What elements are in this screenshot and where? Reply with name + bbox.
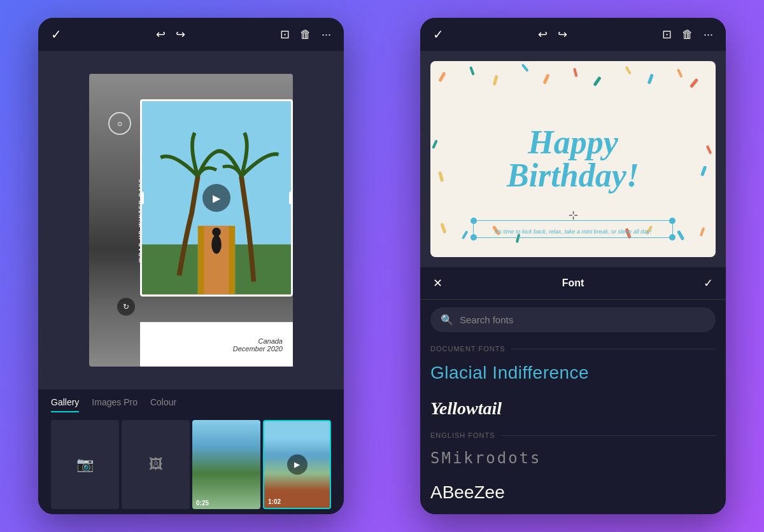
- svg-rect-13: [593, 76, 602, 87]
- font-item-mikrodots[interactable]: SMikrodots: [420, 442, 726, 475]
- tab-list: Gallery Images Pro Colour: [51, 397, 331, 412]
- left-phone: ✓ ↩ ↪ ⊡ 🗑 ··· WRAP UP WINTER DAYS ⊙: [38, 18, 344, 514]
- svg-rect-18: [440, 223, 446, 234]
- font-header: ✕ Font ✓: [420, 267, 726, 300]
- font-item-abeezee[interactable]: ABeeZee: [420, 475, 726, 510]
- svg-rect-24: [677, 230, 685, 241]
- birthday-text: Happy Birthday!: [507, 126, 639, 192]
- font-panel: ✕ Font ✓ 🔍 Search fonts DOCUMENT FONTS G…: [420, 267, 726, 514]
- gallery-icon: 🖼: [149, 456, 163, 473]
- svg-rect-9: [493, 75, 499, 86]
- toolbar-undo-group: ↩ ↪: [156, 27, 185, 41]
- right-undo-icon[interactable]: ↩: [538, 27, 548, 41]
- photo-frame[interactable]: ▶: [140, 99, 293, 297]
- country-text: Canada: [258, 337, 283, 345]
- document-fonts-label: DOCUMENT FONTS: [420, 340, 726, 355]
- crop-icon[interactable]: ⊡: [280, 27, 290, 41]
- right-resize-handle[interactable]: [289, 192, 293, 204]
- right-phone: ✓ ↩ ↪ ⊡ 🗑 ···: [420, 18, 726, 514]
- right-copy-icon[interactable]: ⊡: [662, 27, 672, 41]
- media-item-1[interactable]: 0:25: [192, 420, 260, 509]
- svg-rect-3: [142, 244, 198, 294]
- card-canvas: Happy Birthday! ⊹ It's time to kick back…: [420, 51, 726, 267]
- right-toolbar-right: ⊡ 🗑 ···: [662, 27, 713, 41]
- right-panel: ✓ ↩ ↪ ⊡ 🗑 ···: [382, 0, 764, 532]
- svg-rect-4: [235, 244, 291, 294]
- right-redo-icon[interactable]: ↪: [558, 27, 567, 41]
- svg-rect-26: [432, 139, 438, 149]
- birthday-exclaim: Birthday!: [507, 159, 639, 192]
- bottom-tabs: Gallery Images Pro Colour 📷 🖼 0:25: [38, 389, 344, 514]
- redo-icon[interactable]: ↪: [176, 27, 185, 41]
- delete-icon[interactable]: 🗑: [300, 28, 311, 41]
- play-button[interactable]: ▶: [202, 184, 230, 212]
- font-item-glacial[interactable]: Glacial Indifference: [420, 355, 726, 391]
- svg-rect-19: [462, 230, 469, 239]
- left-canvas: WRAP UP WINTER DAYS ⊙: [38, 51, 344, 389]
- birthday-subtitle: It's time to kick back, relax, take a mi…: [476, 228, 670, 235]
- camera-icon: 📷: [76, 456, 94, 473]
- font-confirm-button[interactable]: ✓: [704, 276, 713, 290]
- bottom-text-area: Canada December 2020: [140, 322, 293, 367]
- yellowtail-font: Yellowtail: [430, 398, 502, 418]
- svg-rect-11: [542, 74, 549, 85]
- right-toolbar: ✓ ↩ ↪ ⊡ 🗑 ···: [420, 18, 726, 51]
- text-selection-box[interactable]: It's time to kick back, relax, take a mi…: [473, 220, 673, 238]
- svg-rect-28: [438, 171, 444, 182]
- svg-rect-12: [573, 67, 578, 77]
- toolbar-right-group: ⊡ 🗑 ···: [280, 27, 331, 41]
- left-toolbar: ✓ ↩ ↪ ⊡ 🗑 ···: [38, 18, 344, 51]
- birthday-card: Happy Birthday! ⊹ It's time to kick back…: [430, 61, 716, 257]
- left-panel: ✓ ↩ ↪ ⊡ 🗑 ··· WRAP UP WINTER DAYS ⊙: [0, 0, 382, 532]
- date-text: December 2020: [233, 345, 283, 353]
- svg-rect-27: [706, 145, 712, 155]
- subtitle-container: It's time to kick back, relax, take a mi…: [473, 220, 673, 238]
- search-icon: 🔍: [441, 314, 453, 326]
- tab-gallery[interactable]: Gallery: [51, 397, 79, 412]
- move-cursor-icon: ⊹: [569, 208, 578, 222]
- glacial-indifference-font: Glacial Indifference: [430, 363, 589, 382]
- svg-rect-29: [700, 165, 707, 176]
- media-item-2[interactable]: ▶ 1:02: [263, 420, 331, 509]
- tab-images-pro[interactable]: Images Pro: [92, 397, 138, 412]
- font-item-yellowtail[interactable]: Yellowtail: [420, 391, 726, 426]
- camera-button[interactable]: 📷: [51, 420, 119, 509]
- svg-rect-25: [700, 227, 705, 237]
- search-placeholder: Search fonts: [460, 314, 513, 325]
- collage-container: WRAP UP WINTER DAYS ⊙: [89, 74, 293, 367]
- toolbar-left-group: ✓: [51, 27, 62, 42]
- tab-colour[interactable]: Colour: [150, 397, 176, 412]
- right-delete-icon[interactable]: 🗑: [682, 28, 693, 41]
- english-fonts-label: ENGLISH FONTS: [420, 426, 726, 442]
- font-search-bar[interactable]: 🔍 Search fonts: [430, 307, 716, 332]
- video-duration-2: 1:02: [268, 498, 281, 505]
- video-play-button[interactable]: ▶: [287, 454, 308, 475]
- right-more-icon[interactable]: ···: [704, 28, 713, 41]
- rotate-handle[interactable]: ↻: [117, 298, 135, 316]
- gallery-button[interactable]: 🖼: [122, 420, 190, 509]
- palm-photo: ▶: [142, 101, 291, 295]
- svg-rect-10: [521, 64, 529, 73]
- svg-rect-8: [469, 66, 475, 76]
- right-confirm-icon[interactable]: ✓: [433, 27, 444, 42]
- happy-text: Happy: [507, 126, 639, 159]
- svg-point-5: [211, 235, 222, 254]
- svg-rect-7: [438, 72, 446, 83]
- left-resize-handle[interactable]: [140, 192, 144, 204]
- svg-rect-14: [625, 66, 632, 74]
- video-duration-1: 0:25: [196, 500, 209, 507]
- media-grid: 📷 🖼 0:25 ▶ 1:02: [51, 420, 331, 509]
- right-toolbar-left: ✓: [433, 27, 444, 42]
- right-undo-redo: ↩ ↪: [538, 27, 567, 41]
- undo-icon[interactable]: ↩: [156, 27, 166, 41]
- font-close-button[interactable]: ✕: [433, 276, 442, 290]
- svg-rect-17: [690, 78, 698, 88]
- confirm-icon[interactable]: ✓: [51, 27, 62, 42]
- svg-rect-15: [647, 74, 654, 85]
- svg-rect-16: [677, 69, 683, 78]
- abeezee-font: ABeeZee: [430, 482, 505, 502]
- svg-point-6: [212, 228, 221, 237]
- font-panel-title: Font: [562, 277, 584, 289]
- more-icon[interactable]: ···: [322, 28, 331, 41]
- clock-icon: ⊙: [117, 120, 122, 127]
